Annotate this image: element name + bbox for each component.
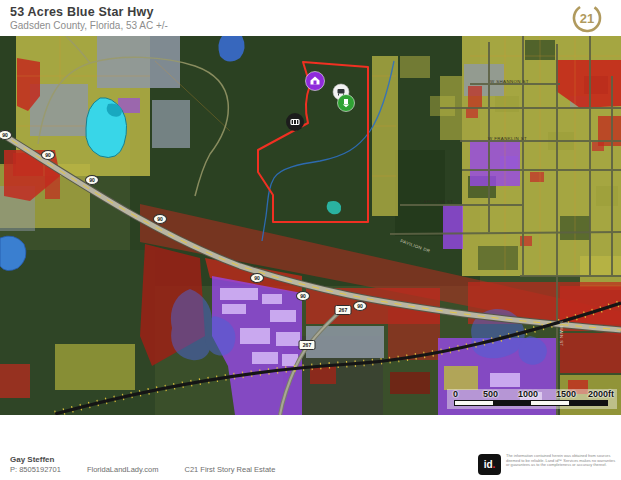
street-label: CAROLINA ST <box>420 199 453 204</box>
disclaimer: The information contained herein was obt… <box>506 454 618 468</box>
scale-tick: 1000 <box>518 389 538 399</box>
scale-tick: 2000ft <box>588 389 614 399</box>
street-label: W SHANNON ST <box>490 79 529 84</box>
legend: Blind Feeder Gate Barn Boundary Resident… <box>0 415 621 452</box>
gate-marker-icon[interactable] <box>286 113 304 131</box>
route-shield-90: 90 <box>85 175 99 185</box>
map-graphic: W SHANNON ST W FRANKLIN ST CAROLINA ST P… <box>0 36 621 415</box>
agent-name: Gay Steffen <box>10 455 54 464</box>
scale-tick: 1500 <box>556 389 576 399</box>
route-shield-90: 90 <box>153 214 167 224</box>
agent-company: C21 First Story Real Estate <box>184 465 275 474</box>
scale-tick: 0 <box>453 389 458 399</box>
agent-website[interactable]: FloridaLandLady.com <box>87 465 159 474</box>
feeder-marker-icon[interactable] <box>338 95 355 112</box>
land-id-logo: id. <box>478 454 501 475</box>
century21-logo-icon: 21 <box>571 2 603 34</box>
page-title: 53 Acres Blue Star Hwy <box>10 5 154 19</box>
route-shield-267: 267 <box>335 305 352 315</box>
page: { "header": { "title": "53 Acres Blue St… <box>0 0 621 480</box>
svg-text:21: 21 <box>580 11 594 26</box>
scale-bar: 0 500 1000 1500 2000ft <box>447 389 617 409</box>
barn-marker-icon[interactable] <box>306 72 325 91</box>
agent-phone: P: 8505192701 <box>10 465 61 474</box>
page-subtitle: Gadsden County, Florida, 53 AC +/- <box>10 20 168 31</box>
scale-bar-segments <box>454 400 608 406</box>
map-canvas[interactable]: W SHANNON ST W FRANKLIN ST CAROLINA ST P… <box>0 36 621 415</box>
footer: Gay Steffen P: 8505192701 FloridaLandLad… <box>0 452 621 480</box>
scale-tick: 500 <box>483 389 498 399</box>
street-label: W FRANKLIN ST <box>488 136 527 141</box>
street-label: S MAIN ST <box>559 321 564 347</box>
route-shield-90: 90 <box>353 301 367 311</box>
header: 53 Acres Blue Star Hwy Gadsden County, F… <box>0 0 621 36</box>
route-shield-90: 90 <box>250 273 264 283</box>
route-shield-267: 267 <box>299 340 316 350</box>
route-shield-90: 90 <box>41 150 55 160</box>
route-shield-90: 90 <box>296 291 310 301</box>
